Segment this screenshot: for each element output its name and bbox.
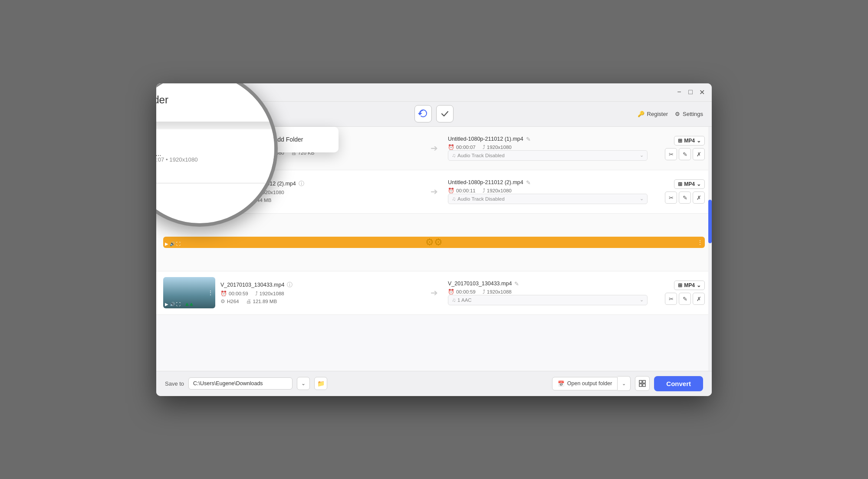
grid-icon: ⊞ [678,282,682,288]
chevron-icon: ⌄ [697,282,701,288]
action-buttons: ✂ ✎ ✗ [665,192,705,204]
clock-icon: ⏰ [220,291,227,297]
edit-output-name-icon[interactable]: ✎ [514,281,519,287]
add-file-icon: 📄 [171,110,179,117]
audio-track-selector[interactable]: ♫ 1 AAC ⌄ [448,295,648,305]
audio-track-selector[interactable]: ♫ Audio Track Disabled ⌄ [448,194,648,204]
output-duration-meta: ⏰ 00:00:59 [448,289,476,295]
output-format-tag[interactable]: ⊞ MP4 ⌄ [674,136,705,145]
settings-action-button[interactable]: ✗ [693,293,705,305]
window-title: orbits Video Converter [163,89,676,96]
output-info: V_20170103_130433.mp4 ✎ ⏰ 00:00:59 ⤴ 192… [448,281,648,305]
toolbar: 📄 Add Files ⌄ MP4 ⌄ [156,102,712,127]
output-format-tag[interactable]: ⊞ MP4 ⌄ [674,281,705,290]
resize-icon: ⤴ [255,189,258,195]
add-files-label: Add Files [181,110,209,117]
convert-button[interactable]: Convert [654,376,703,391]
thumb-controls: ▶ 🔊 ⛶ [165,302,181,307]
edit-button[interactable]: ✎ [679,192,691,204]
info-icon[interactable]: ⓘ [287,281,293,289]
audio-chevron-icon: ⌄ [640,297,644,303]
add-files-dropdown-button[interactable]: ⌄ [219,106,233,121]
arrow-separator: ➔ [425,287,443,298]
output-duration-meta: ⏰ 00:00:11 [448,188,476,194]
save-path-dropdown-button[interactable]: ⌄ [297,377,310,390]
output-actions: ⊞ MP4 ⌄ ✂ ✎ ✗ [653,136,705,160]
toolbar-right-actions: 🔑 Register ⚙ Settings [638,111,703,117]
arrow-right-icon: ➔ [431,186,438,197]
minimize-button[interactable]: − [676,89,682,95]
audio-track-selector[interactable]: ♫ Audio Track Disabled ⌄ [448,150,648,161]
music-note-icon: ♫ [452,196,456,202]
key-icon: 🔑 [638,111,644,117]
thumb-more-icon: ⋮ [207,188,214,195]
refresh-button[interactable] [414,105,432,122]
database-icon: 🖨 [246,197,251,203]
register-label: Register [647,111,668,117]
size-meta: 🖨 121.89 MB [246,298,277,304]
chevron-down-icon: ⌄ [224,110,229,118]
chevron-icon: ⌄ [697,138,701,144]
cut-button[interactable]: ✂ [665,148,677,160]
audio-chevron-icon: ⌄ [640,196,644,202]
chevron-icon: ⌄ [697,181,701,187]
open-output-dropdown-button[interactable]: ⌄ [618,376,631,391]
save-path-input[interactable] [188,377,293,390]
codec-icon: ⚙ [220,298,225,304]
add-folder-menu-item[interactable]: 📁 Add Folder [252,130,339,149]
edit-output-name-icon[interactable]: ✎ [526,136,531,142]
grid-view-button[interactable] [635,376,650,391]
table-row: 🌲🌲 ▶ 🔊 ⛶ ⋮ V_20170103_130433.mp4 ⓘ ⏰ 00:… [156,271,712,315]
table-row: ▶ ▶ 🔊 ⛶ ⋮ Untitled-1080p-211012 (2).mp4 … [156,170,712,214]
table-row: Download NOW ing a link below ▶ 🔊 ⛶ ⋮ Un… [156,127,712,170]
grid-icon: ⊞ [678,138,682,144]
resize-icon: ⤴ [483,144,485,150]
thumbnail: ▶ ▶ 🔊 ⛶ ⋮ [163,176,215,207]
add-folder-label: Add Folder [273,136,303,143]
folder-icon: 📁 [260,135,269,144]
checkmark-button[interactable] [436,105,454,122]
close-button[interactable]: ✕ [699,89,705,95]
thumb-more-icon: ⋮ [207,145,214,152]
settings-action-button[interactable]: ✗ [693,192,705,204]
arrow-right-icon: ➔ [431,287,438,298]
file-info: Untitled-1080p-211012 (2).mp4 ⓘ ⏰ 00:00:… [220,180,420,203]
window-controls: − □ ✕ [676,89,705,95]
output-file-name: Untitled-1080p-211012 (1).mp4 [448,136,523,142]
music-note-icon: ♫ [452,152,456,159]
clock-icon: ⏰ [448,144,454,150]
output-file-name: V_20170103_130433.mp4 [448,281,512,287]
duration-meta: ⏰ 00:00:07 [220,150,248,156]
open-output-button[interactable]: 📅 Open output folder [552,377,618,390]
svg-rect-2 [639,384,642,387]
resize-icon: ⤴ [483,289,485,295]
edit-button[interactable]: ✎ [679,148,691,160]
maximize-button[interactable]: □ [687,89,694,95]
edit-button[interactable]: ✎ [679,293,691,305]
output-resolution-meta: ⤴ 1920x1080 [483,188,512,194]
output-file-name: Untitled-1080p-211012 (2).mp4 [448,179,523,185]
cut-button[interactable]: ✂ [665,293,677,305]
add-files-button[interactable]: 📄 Add Files [165,107,215,120]
clock-icon: ⏰ [220,189,227,195]
info-icon[interactable]: ⓘ [299,180,304,188]
database-icon: 🖨 [246,298,251,304]
open-folder-button[interactable]: 📁 [314,377,327,390]
file-list[interactable]: Download NOW ing a link below ▶ 🔊 ⛶ ⋮ Un… [156,127,712,371]
settings-button[interactable]: ⚙ Settings [675,111,703,117]
scrollbar-thumb[interactable] [708,200,712,243]
output-format-tag[interactable]: ⊞ MP4 ⌄ [674,179,705,189]
action-buttons: ✂ ✎ ✗ [665,148,705,160]
thumb-gear-icon: ⚙⚙ [425,237,443,248]
thumbnail: ⚙⚙ ▶ 🔊 ⛶ ⋮ [163,237,705,248]
cut-button[interactable]: ✂ [665,192,677,204]
register-button[interactable]: 🔑 Register [638,111,668,117]
resolution-meta: ⤴ 1920x1080 [255,189,284,195]
thumb-more-icon: ⋮ [207,289,214,296]
format-value: MP4 [684,181,695,187]
audio-track-label: 1 AAC [457,297,472,303]
settings-action-button[interactable]: ✗ [693,148,705,160]
edit-output-name-icon[interactable]: ✎ [526,179,531,186]
audio-track-label: Audio Track Disabled [457,196,505,202]
format-selector-button[interactable]: MP4 ⌄ [237,107,268,120]
